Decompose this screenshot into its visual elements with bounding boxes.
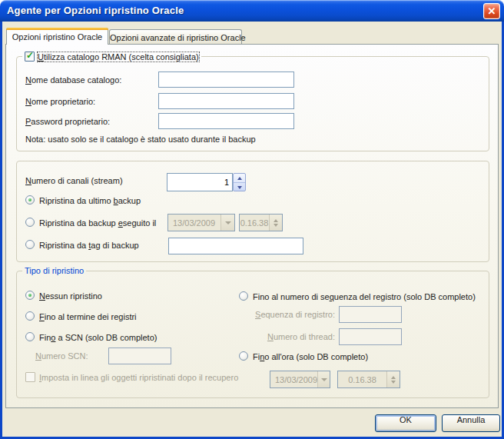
owner-password-label: Password proprietario: <box>25 117 110 127</box>
backup-date-select: 13/03/2009 <box>167 214 235 231</box>
restore-by-date-label: Ripristina da backup eseguito il <box>39 218 156 228</box>
recovery-end-of-logs-label: Fino al termine dei registri <box>39 312 137 322</box>
recovery-time-spinner: 0.16.38 <box>337 371 400 388</box>
ok-button[interactable]: OK <box>375 414 436 432</box>
recovery-to-log-sequence-label: Fino al numero di sequenza del registro … <box>253 292 476 302</box>
rman-catalog-checkbox[interactable]: ✓ <box>25 52 35 62</box>
restore-by-tag-label: Ripristina da tag di backup <box>39 241 139 251</box>
tab-page: ✓ Utilizza catalogo RMAN (scelta consigl… <box>5 44 499 408</box>
recovery-none-label: Nessun ripristino <box>39 291 102 301</box>
recovery-group-title: Tipo di ripristino <box>22 266 86 275</box>
check-icon: ✓ <box>26 51 34 61</box>
owner-password-input[interactable] <box>158 113 294 129</box>
catalog-db-name-input[interactable] <box>158 72 294 88</box>
tab-opzioni-ripristino[interactable]: Opzioni ripristino Oracle <box>6 28 108 45</box>
log-sequence-label: Sequenza di registro: <box>237 310 335 320</box>
spin-up-icon <box>237 177 242 180</box>
recovery-time-value: 0.16.38 <box>338 371 386 387</box>
close-button[interactable]: ✕ <box>483 3 500 19</box>
recovery-date-select: 13/03/2009 <box>270 371 330 388</box>
thread-number-input <box>339 328 402 345</box>
dialog-window: Agente per Opzioni ripristino Oracle ✕ O… <box>0 0 504 439</box>
set-online-checkbox <box>25 372 35 382</box>
spin-down-icon <box>237 186 242 189</box>
catalog-db-name-label: Nome database catalogo: <box>25 75 121 85</box>
recovery-to-time-label: Fino all'ora (solo DB completo) <box>253 352 368 362</box>
log-sequence-input <box>339 306 402 323</box>
restore-by-tag-radio[interactable] <box>25 240 35 249</box>
window-title: Agente per Opzioni ripristino Oracle <box>7 5 184 16</box>
channels-spin-buttons <box>233 173 246 191</box>
time-spin-icons <box>386 371 400 387</box>
time-spin-icons <box>269 215 282 231</box>
spin-down-icon <box>274 224 278 227</box>
backup-date-value: 13/03/2009 <box>168 215 220 231</box>
arrow-glyph <box>225 221 231 224</box>
recovery-to-scn-label: Fino a SCN (solo DB completo) <box>39 333 157 343</box>
scn-input <box>108 348 171 364</box>
spin-up-button[interactable] <box>234 174 245 183</box>
recovery-to-time-radio[interactable] <box>239 351 248 361</box>
recovery-date-value: 13/03/2009 <box>270 371 317 387</box>
arrow-glyph <box>321 378 327 381</box>
dialog-client-area: Opzioni ripristino Oracle Opzioni avanza… <box>2 22 502 437</box>
spin-down-button[interactable] <box>234 183 245 191</box>
scn-number-label: Numero SCN: <box>35 351 88 361</box>
channels-input[interactable] <box>167 173 233 191</box>
spin-up-icon <box>274 219 278 222</box>
backup-time-value: 0.16.38 <box>240 215 269 231</box>
tab-opzioni-avanzate[interactable]: Opzioni avanzate di ripristino Oracle <box>109 29 242 45</box>
recovery-none-radio[interactable] <box>25 291 35 300</box>
restore-latest-radio[interactable] <box>25 195 35 205</box>
channels-spinner <box>167 173 246 191</box>
rman-catalog-label[interactable]: Utilizza catalogo RMAN (scelta consiglia… <box>38 52 199 62</box>
owner-name-input[interactable] <box>158 93 294 109</box>
backup-time-spinner: 0.16.38 <box>239 214 283 231</box>
title-bar: Agente per Opzioni ripristino Oracle ✕ <box>0 0 504 22</box>
recovery-to-scn-radio[interactable] <box>25 332 35 341</box>
channels-label: Numero di canali (stream) <box>25 176 123 186</box>
close-icon: ✕ <box>488 6 496 16</box>
tab-label: Opzioni ripristino Oracle <box>12 32 102 42</box>
restore-by-date-radio[interactable] <box>25 218 35 227</box>
cancel-button[interactable]: Annulla <box>442 414 500 432</box>
backup-tag-input[interactable] <box>168 238 303 254</box>
set-online-label: Imposta in linea gli oggetti ripristinat… <box>39 373 238 383</box>
thread-number-label: Numero di thread: <box>237 332 335 342</box>
restore-latest-label: Ripristina da ultimo backup <box>39 196 141 206</box>
catalog-note: Nota: usato solo se il catalogo è stato … <box>25 135 256 145</box>
spin-down-icon <box>391 381 396 384</box>
chevron-down-icon <box>317 371 330 387</box>
window-frame: Opzioni ripristino Oracle Opzioni avanza… <box>0 22 504 439</box>
spin-up-icon <box>391 376 396 379</box>
chevron-down-icon <box>220 215 234 231</box>
recovery-end-of-logs-radio[interactable] <box>25 311 35 321</box>
catalog-group-legend: ✓ Utilizza catalogo RMAN (scelta consigl… <box>22 52 201 62</box>
recovery-to-log-sequence-radio[interactable] <box>239 291 248 301</box>
owner-name-label: Nome proprietario: <box>25 97 95 107</box>
tab-label: Opzioni avanzate di ripristino Oracle <box>110 33 246 42</box>
